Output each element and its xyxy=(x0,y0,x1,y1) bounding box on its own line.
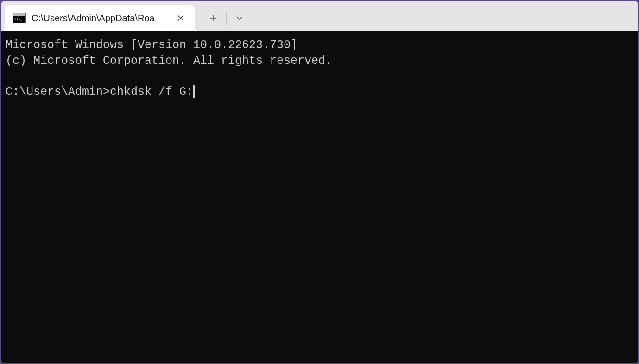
divider xyxy=(226,12,227,25)
terminal-tab[interactable]: C:\Users\Admin\AppData\Roa xyxy=(5,5,195,31)
close-tab-button[interactable] xyxy=(173,11,188,25)
terminal-output[interactable]: Microsoft Windows [Version 10.0.22623.73… xyxy=(1,31,638,363)
titlebar: C:\Users\Admin\AppData\Roa xyxy=(1,1,638,31)
close-icon xyxy=(177,15,184,21)
new-tab-button[interactable] xyxy=(202,9,224,27)
plus-icon xyxy=(209,14,217,22)
copyright-line: (c) Microsoft Corporation. All rights re… xyxy=(6,54,332,68)
tab-title: C:\Users\Admin\AppData\Roa xyxy=(32,13,168,24)
version-line: Microsoft Windows [Version 10.0.22623.73… xyxy=(6,38,297,52)
chevron-down-icon xyxy=(236,14,243,22)
terminal-window: C:\Users\Admin\AppData\Roa Microsoft Win… xyxy=(1,1,638,363)
titlebar-actions xyxy=(202,5,251,31)
cmd-icon xyxy=(13,13,26,23)
tab-dropdown-button[interactable] xyxy=(228,9,251,27)
typed-command: chkdsk /f G: xyxy=(110,85,193,99)
text-cursor xyxy=(193,85,195,98)
prompt-path: C:\Users\Admin> xyxy=(6,85,110,99)
